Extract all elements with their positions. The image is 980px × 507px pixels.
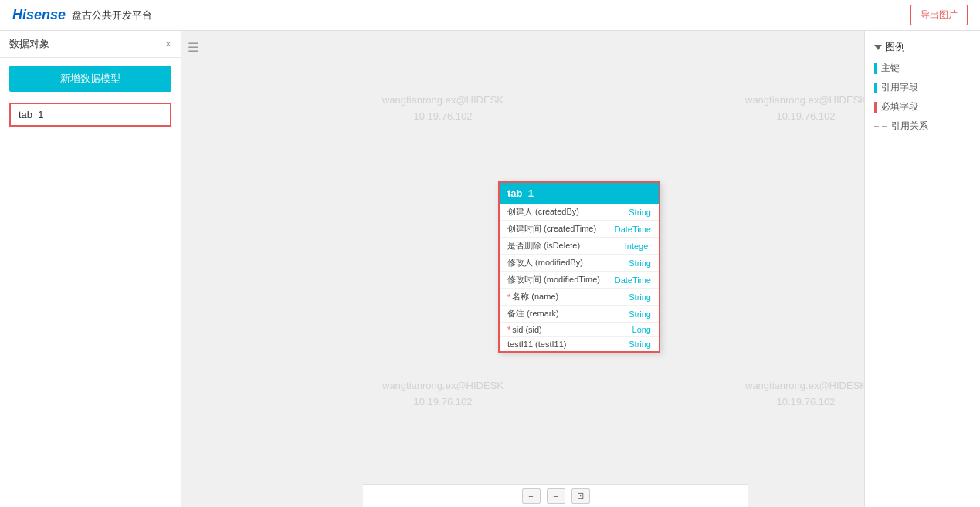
table-row: * sid (sid) Long — [500, 323, 659, 337]
table-row: 创建时间 (createdTime) DateTime — [500, 221, 659, 238]
chevron-down-icon — [874, 45, 882, 50]
header: Hisense 盘古公共开发平台 导出图片 — [0, 0, 980, 31]
sidebar: 数据对象 × 新增数据模型 tab_1 — [0, 31, 181, 507]
legend-item-ref: 引用字段 — [874, 81, 971, 94]
table-card[interactable]: tab_1 创建人 (createdBy) String 创建时间 (creat… — [498, 181, 660, 353]
export-button[interactable]: 导出图片 — [910, 5, 968, 25]
bottom-toolbar: + − ⊡ — [363, 484, 748, 507]
add-model-button[interactable]: 新增数据模型 — [9, 66, 171, 92]
sidebar-title: 数据对象 — [9, 37, 49, 51]
watermark-2: wangtianrong.ex@HIDESK 10.19.76.102 — [745, 93, 864, 125]
table-row: 创建人 (createdBy) String — [500, 204, 659, 221]
zoom-in-button[interactable]: + — [522, 488, 541, 504]
platform-title: 盘古公共开发平台 — [72, 8, 152, 22]
table-card-header: tab_1 — [500, 183, 659, 204]
fit-button[interactable]: ⊡ — [571, 488, 590, 504]
watermark-1: wangtianrong.ex@HIDESK 10.19.76.102 — [382, 93, 504, 125]
ref-rel-indicator — [874, 126, 887, 127]
legend-item-ref-rel: 引用关系 — [874, 120, 971, 133]
watermark-4: wangtianrong.ex@HIDESK 10.19.76.102 — [745, 378, 864, 411]
table-row: 备注 (remark) String — [500, 306, 659, 323]
table-row: testI11 (testI11) String — [500, 337, 659, 351]
main-layout: 数据对象 × 新增数据模型 tab_1 ☰ wangtianrong.ex@HI… — [0, 31, 980, 507]
sidebar-header: 数据对象 × — [0, 31, 181, 58]
table-row: 修改时间 (modifiedTime) DateTime — [500, 272, 659, 289]
zoom-out-button[interactable]: − — [547, 488, 565, 504]
pk-indicator — [874, 63, 877, 74]
close-icon[interactable]: × — [165, 39, 171, 49]
logo-area: Hisense 盘古公共开发平台 — [12, 7, 152, 23]
table-list-item[interactable]: tab_1 — [9, 103, 171, 127]
ref-indicator — [874, 83, 877, 93]
watermark-3: wangtianrong.ex@HIDESK 10.19.76.102 — [382, 378, 504, 411]
canvas-area[interactable]: ☰ wangtianrong.ex@HIDESK 10.19.76.102 wa… — [181, 31, 864, 507]
table-row: * 名称 (name) String — [500, 289, 659, 306]
hisense-logo: Hisense — [12, 7, 66, 23]
table-card-body: 创建人 (createdBy) String 创建时间 (createdTime… — [500, 204, 659, 351]
layers-icon[interactable]: ☰ — [188, 40, 198, 55]
table-row: 修改人 (modifiedBy) String — [500, 255, 659, 272]
legend-item-required: 必填字段 — [874, 100, 971, 113]
legend-title: 图例 — [874, 40, 971, 54]
table-row: 是否删除 (isDelete) Integer — [500, 238, 659, 255]
legend-panel: 图例 主键 引用字段 必填字段 引用关系 — [864, 31, 980, 507]
required-indicator — [874, 102, 877, 113]
legend-item-pk: 主键 — [874, 62, 971, 75]
